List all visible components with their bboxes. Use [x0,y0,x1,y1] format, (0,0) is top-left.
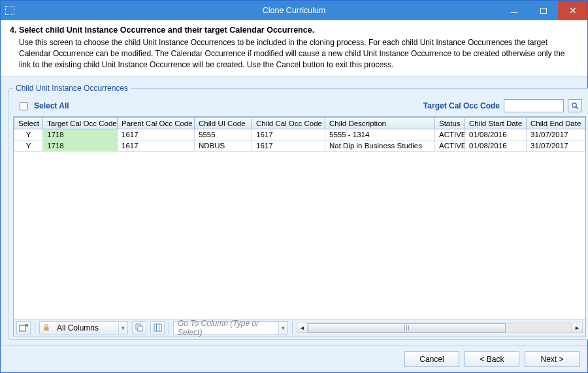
cell-desc: 5555 - 1314 [325,129,435,140]
cell-select[interactable]: Y [14,140,43,152]
search-icon [571,102,579,110]
titlebar: Clone Curriculum ✕ [1,1,587,20]
scroll-track[interactable] [308,323,572,332]
col-child-description[interactable]: Child Description [325,118,435,129]
cell-start: 01/08/2016 [465,140,527,152]
child-occurrences-group: Child Unit Instance Occurrences Select A… [8,84,588,340]
group-top-row: Select All Target Cal Occ Code [13,97,586,116]
cell-child-occ: 1617 [252,140,325,152]
chevron-down-icon: ▾ [118,322,127,334]
svg-rect-5 [138,326,142,331]
target-search-label: Target Cal Occ Code [423,101,500,110]
grid-toolbar: All Columns ▾ Go To Column (Type or Sele… [14,319,585,336]
all-columns-dropdown[interactable]: All Columns ▾ [39,321,128,334]
cell-target[interactable]: 1718 [43,129,118,140]
next-button[interactable]: Next > [525,351,580,367]
svg-point-0 [572,103,576,107]
cell-start: 01/08/2016 [465,129,527,140]
step-description: Use this screen to choose the child Unit… [19,37,578,70]
back-button[interactable]: < Back [465,351,519,367]
target-lookup-button[interactable] [568,99,582,112]
table-row[interactable]: Y 1718 1617 5555 1617 5555 - 1314 ACTIVE… [14,129,585,140]
clone-curriculum-window: Clone Curriculum ✕ 4. Select child Unit … [0,0,588,373]
col-status[interactable]: Status [435,118,465,129]
close-button[interactable]: ✕ [558,1,587,20]
col-child-cal-occ-code[interactable]: Child Cal Occ Code [252,118,325,129]
cell-ui: NDBUS [195,140,252,152]
cell-status: ACTIVE [435,129,465,140]
chevron-down-icon: ▾ [278,322,287,334]
col-child-end-date[interactable]: Child End Date [527,118,585,129]
grid-header-row: Select Target Cal Occ Code Parent Cal Oc… [14,118,585,129]
maximize-button[interactable] [529,1,558,20]
col-target-cal-occ-code[interactable]: Target Cal Occ Code [43,118,118,129]
scroll-left-arrow[interactable]: ◄ [297,323,308,332]
scroll-thumb[interactable] [308,323,506,332]
export-button[interactable] [16,321,31,334]
step-title: 4. Select child Unit Instance Occurrence… [10,25,578,35]
child-occurrences-grid[interactable]: Select Target Cal Occ Code Parent Cal Oc… [14,117,585,152]
svg-rect-6 [154,324,161,331]
target-cal-occ-search: Target Cal Occ Code [423,99,582,112]
columns-button[interactable] [150,321,165,334]
lock-icon [40,324,53,331]
col-child-start-date[interactable]: Child Start Date [465,118,527,129]
columns-icon [154,323,162,332]
cell-parent: 1617 [118,140,195,152]
cell-ui: 5555 [195,129,252,140]
select-all-control[interactable]: Select All [17,100,69,112]
col-child-ui-code[interactable]: Child UI Code [195,118,252,129]
goto-column-dropdown[interactable]: Go To Column (Type or Select) ▾ [173,321,288,334]
goto-column-placeholder: Go To Column (Type or Select) [174,319,278,337]
grid-container: Select Target Cal Occ Code Parent Cal Oc… [13,116,586,336]
cancel-button[interactable]: Cancel [404,351,459,367]
select-all-checkbox[interactable] [20,102,28,110]
cell-end: 31/07/2017 [527,140,585,152]
wizard-header: 4. Select child Unit Instance Occurrence… [1,20,587,77]
col-select[interactable]: Select [14,118,43,129]
select-all-label: Select All [34,101,69,110]
cell-desc: Nat Dip in Business Studies [325,140,435,152]
cell-status: ACTIVE [435,140,465,152]
scroll-right-arrow[interactable]: ► [572,323,582,332]
cell-child-occ: 1617 [252,129,325,140]
svg-rect-3 [44,327,49,331]
cell-target[interactable]: 1718 [43,140,118,152]
target-cal-occ-input[interactable] [504,99,564,112]
minimize-button[interactable] [499,1,529,20]
wizard-body: Child Unit Instance Occurrences Select A… [1,77,587,345]
all-columns-label: All Columns [53,323,118,332]
svg-line-1 [576,107,579,110]
group-legend: Child Unit Instance Occurrences [13,84,131,93]
cell-select[interactable]: Y [14,129,43,140]
col-parent-cal-occ-code[interactable]: Parent Cal Occ Code [118,118,195,129]
wizard-footer: Cancel < Back Next > [1,345,587,372]
table-row[interactable]: Y 1718 1617 NDBUS 1617 Nat Dip in Busine… [14,140,585,152]
cell-parent: 1617 [118,129,195,140]
copy-icon [135,323,144,332]
cell-end: 31/07/2017 [527,129,585,140]
system-menu-icon[interactable] [1,1,19,20]
export-icon [19,323,28,332]
svg-rect-2 [20,325,25,331]
horizontal-scrollbar[interactable]: ◄ ► [297,323,583,333]
copy-button[interactable] [132,321,146,334]
